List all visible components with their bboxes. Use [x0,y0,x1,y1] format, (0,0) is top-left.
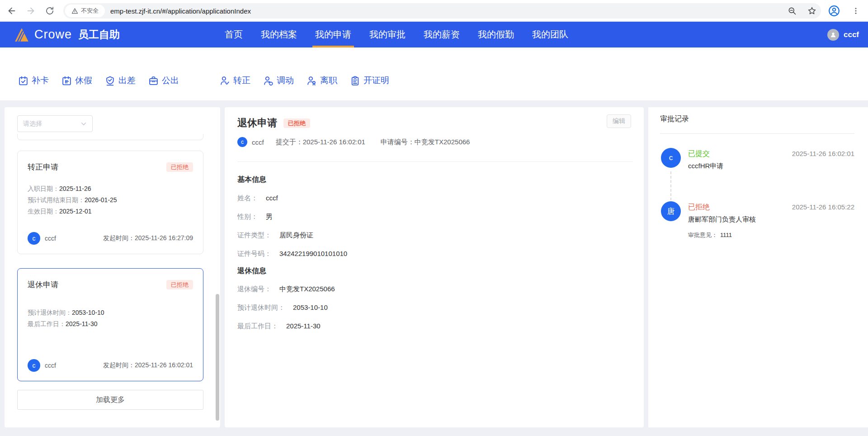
timeline-connector [670,171,671,200]
approval-desc: cccfHR申请 [688,162,723,171]
trip-badge-icon [105,76,115,86]
card-field: 生效日期：2025-12-01 [28,206,193,217]
browser-back-icon[interactable] [6,5,17,16]
briefcase-icon [148,76,159,86]
card-title: 退休申请 [28,280,58,290]
main-content: 请选择 转正申请 已拒绝 入职日期：2025-11-26 预计试用结束日期：20… [0,100,868,436]
field-last-working-day: 最后工作日：2025-11-30 [237,322,321,331]
approval-status: 已提交 [688,149,710,159]
approval-record-submitted: c 已提交 2025-11-26 16:02:01 cccfHR申请 [660,148,854,198]
approver-avatar: c [661,148,681,168]
application-card-regularization[interactable]: 转正申请 已拒绝 入职日期：2025-11-26 预计试用结束日期：2026-0… [17,151,203,254]
detail-title: 退休申请 已拒绝 [237,116,310,130]
nav-item-my-salary[interactable]: 我的薪资 [415,22,469,47]
applicant-name: cccf [45,235,56,242]
list-scrollbar[interactable] [216,294,219,421]
browser-toolbar: 不安全 emp-test.zjf-it.cn/#/application/app… [0,0,868,22]
status-badge: 已拒绝 [166,162,193,172]
chevron-down-icon [80,121,87,127]
browser-reload-icon[interactable] [44,5,55,16]
status-badge: 已拒绝 [166,280,193,289]
quick-action-official-out[interactable]: 公出 [148,75,179,86]
approval-status: 已拒绝 [688,203,710,212]
screen: 不安全 emp-test.zjf-it.cn/#/application/app… [0,0,868,436]
divider [660,133,854,134]
quick-action-resignation[interactable]: 离职 [307,75,337,86]
field-id-number: 证件号码：342422199010101010 [237,250,347,258]
submitter-name: cccf [252,138,264,146]
warning-icon [71,8,78,14]
nav-item-my-profile[interactable]: 我的档案 [252,22,306,47]
submitter-avatar: c [237,137,247,147]
quick-action-bar: 补卡 休假 出差 公出 转正 调动 [0,47,868,100]
bookmark-star-icon[interactable] [807,6,816,15]
browser-menu-icon[interactable] [852,7,860,15]
nav-item-my-team[interactable]: 我的团队 [523,22,577,47]
application-number: 申请编号：中竞发TX2025066 [381,138,470,147]
security-label: 不安全 [81,7,99,15]
browser-profile-icon[interactable] [828,5,840,17]
applicant-avatar: c [28,232,40,245]
approval-time: 2025-11-26 16:02:01 [792,150,854,157]
person-transfer-icon [263,76,274,86]
field-name: 姓名：cccf [237,194,278,203]
crowe-logo-icon [14,27,30,43]
url-text[interactable]: emp-test.zjf-it.cn/#/application/applica… [110,7,251,15]
approval-record-rejected: 唐 已拒绝 2025-11-26 16:05:22 唐郦军部门负责人审核 审批意… [660,201,854,256]
card-field: 入职日期：2025-11-26 [28,183,193,194]
app-header: Crowe 员工自助 首页 我的档案 我的申请 我的审批 我的薪资 我的假勤 我… [0,22,868,47]
user-menu[interactable]: cccf [827,22,859,47]
approval-record-panel: 审批记录 c 已提交 2025-11-26 16:02:01 cccfHR申请 … [648,107,868,427]
brand-name: Crowe [34,28,72,42]
quick-action-leave[interactable]: 休假 [61,75,92,86]
approval-title: 审批记录 [660,114,689,124]
nav-item-my-applications[interactable]: 我的申请 [306,22,360,47]
calendar-check-icon [18,76,28,86]
application-list-panel: 请选择 转正申请 已拒绝 入职日期：2025-11-26 预计试用结束日期：20… [5,107,220,427]
address-bar[interactable]: 不安全 emp-test.zjf-it.cn/#/application/app… [63,3,821,19]
nav-item-my-attendance[interactable]: 我的假勤 [469,22,523,47]
approver-avatar: 唐 [661,201,681,221]
zoom-out-icon[interactable] [788,6,797,15]
browser-forward-icon[interactable] [25,5,36,16]
submitted-time: 提交于：2025-11-26 16:02:01 [276,138,365,147]
edit-button[interactable]: 编辑 [607,114,631,128]
approval-time: 2025-11-26 16:05:22 [792,203,854,211]
certificate-icon [350,76,360,86]
load-more-button[interactable]: 加载更多 [17,390,203,410]
main-nav: 首页 我的档案 我的申请 我的审批 我的薪资 我的假勤 我的团队 [216,22,577,47]
divider [237,161,633,162]
quick-action-certificate[interactable]: 开证明 [350,75,389,86]
field-gender: 性别：男 [237,213,273,221]
user-avatar-icon [827,29,839,41]
initiated-time: 发起时间：2025-11-26 16:27:09 [103,234,193,242]
field-retirement-no: 退休编号：中竞发TX2025066 [237,285,335,294]
security-chip[interactable]: 不安全 [65,5,105,17]
detail-status-badge: 已拒绝 [283,118,310,128]
nav-item-my-approvals[interactable]: 我的审批 [360,22,415,47]
quick-action-business-trip[interactable]: 出差 [105,75,136,86]
application-card-retirement[interactable]: 退休申请 已拒绝 预计退休时间：2053-10-10 最后工作日：2025-11… [17,268,203,381]
submit-info-row: c cccf 提交于：2025-11-26 16:02:01 申请编号：中竞发T… [237,137,470,147]
partially-scrolled-card[interactable] [17,134,203,140]
calendar-rest-icon [61,76,72,86]
initiated-time: 发起时间：2025-11-26 16:02:01 [103,361,193,370]
application-detail-panel: 退休申请 已拒绝 编辑 c cccf 提交于：2025-11-26 16:02:… [225,107,644,427]
nav-item-home[interactable]: 首页 [216,22,252,47]
brand-logo[interactable]: Crowe 员工自助 [14,22,120,47]
card-field: 预计退休时间：2053-10-10 [28,307,193,318]
type-filter-select[interactable]: 请选择 [17,115,93,132]
quick-action-transfer[interactable]: 调动 [263,75,294,86]
section-title-retirement-info: 退休信息 [237,266,266,276]
select-placeholder: 请选择 [23,120,80,128]
field-id-type: 证件类型：居民身份证 [237,231,313,240]
approval-comment: 审批意见：1111 [688,231,732,239]
applicant-name: cccf [45,362,56,369]
card-field: 预计试用结束日期：2026-01-25 [28,194,193,206]
field-expected-retirement-date: 预计退休时间：2053-10-10 [237,303,328,312]
approval-desc: 唐郦军部门负责人审核 [688,215,756,224]
person-check-icon [220,76,230,86]
quick-action-patch-card[interactable]: 补卡 [18,75,49,86]
applicant-avatar: c [28,359,40,372]
quick-action-regularization[interactable]: 转正 [220,75,250,86]
